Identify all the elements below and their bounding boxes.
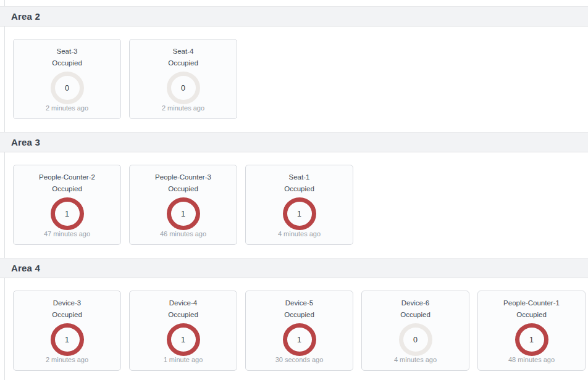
sensor-status-label: Occupied — [168, 59, 198, 67]
area-section-header: Area 3 — [0, 132, 588, 152]
sensor-name: Device-6 — [401, 299, 429, 307]
occupancy-ring-gauge: 1 — [283, 323, 316, 356]
occupancy-ring-gauge: 0 — [167, 72, 200, 104]
sensor-status-label: Occupied — [516, 310, 547, 319]
occupancy-ring-gauge: 1 — [167, 197, 200, 230]
sensor-status-label: Occupied — [284, 310, 314, 319]
occupancy-ring-gauge: 1 — [167, 323, 200, 356]
last-updated-label: 2 minutes ago — [162, 104, 204, 112]
area-cards-row: Device-3 Occupied 1 2 minutes ago Device… — [0, 278, 588, 376]
occupancy-ring-gauge: 1 — [51, 197, 84, 230]
sensor-name: Device-3 — [53, 299, 81, 307]
occupancy-ring-gauge: 1 — [283, 197, 316, 230]
area-section-area-3: Area 3 People-Counter-2 Occupied 1 47 mi… — [0, 132, 588, 258]
last-updated-label: 4 minutes ago — [394, 356, 437, 364]
sensor-name: People-Counter-1 — [503, 299, 560, 307]
occupancy-value: 1 — [181, 210, 185, 218]
last-updated-label: 48 minutes ago — [508, 356, 555, 364]
sensor-card-people-counter-2[interactable]: People-Counter-2 Occupied 1 47 minutes a… — [13, 165, 121, 245]
sensor-card-device-5[interactable]: Device-5 Occupied 1 30 seconds ago — [245, 291, 353, 371]
area-section-area-2: Area 2 Seat-3 Occupied 0 2 minutes ago S… — [0, 6, 588, 132]
sensor-card-device-4[interactable]: Device-4 Occupied 1 1 minute ago — [129, 291, 237, 371]
sensor-name: Device-4 — [169, 299, 197, 307]
occupancy-ring-gauge: 0 — [51, 72, 84, 104]
sensor-status-label: Occupied — [52, 184, 82, 193]
occupancy-value: 1 — [65, 336, 69, 344]
last-updated-label: 1 minute ago — [164, 356, 203, 364]
occupancy-ring-gauge: 1 — [515, 323, 548, 356]
sensor-status-label: Occupied — [168, 184, 198, 193]
last-updated-label: 4 minutes ago — [278, 230, 321, 238]
area-title: Area 2 — [11, 11, 40, 22]
area-section-header: Area 4 — [0, 258, 588, 278]
occupancy-value: 1 — [297, 210, 301, 218]
sensor-card-device-3[interactable]: Device-3 Occupied 1 2 minutes ago — [13, 291, 121, 371]
occupancy-value: 1 — [297, 336, 301, 344]
sensor-name: People-Counter-2 — [39, 173, 95, 181]
sensor-card-seat-4[interactable]: Seat-4 Occupied 0 2 minutes ago — [129, 39, 237, 119]
sensor-card-seat-1[interactable]: Seat-1 Occupied 1 4 minutes ago — [245, 165, 353, 245]
sensor-name: Seat-4 — [173, 47, 194, 56]
sensor-name: Seat-1 — [289, 173, 310, 181]
area-title: Area 4 — [11, 263, 40, 273]
sensor-status-label: Occupied — [400, 310, 430, 319]
last-updated-label: 47 minutes ago — [44, 230, 90, 238]
occupancy-ring-gauge: 1 — [51, 323, 84, 356]
sensor-status-label: Occupied — [52, 310, 82, 319]
occupancy-value: 0 — [65, 84, 69, 93]
occupancy-value: 1 — [65, 210, 69, 218]
sensor-status-label: Occupied — [52, 59, 82, 67]
sensor-name: Seat-3 — [57, 47, 78, 56]
occupancy-value: 0 — [413, 336, 418, 344]
area-section-header: Area 2 — [0, 6, 588, 27]
sensor-card-device-6[interactable]: Device-6 Occupied 0 4 minutes ago — [361, 291, 469, 371]
occupancy-dashboard: Area 2 Seat-3 Occupied 0 2 minutes ago S… — [0, 0, 588, 380]
area-sections-list: Area 2 Seat-3 Occupied 0 2 minutes ago S… — [0, 0, 588, 376]
occupancy-value: 0 — [181, 84, 185, 93]
last-updated-label: 2 minutes ago — [46, 356, 88, 364]
last-updated-label: 46 minutes ago — [160, 230, 206, 238]
sensor-status-label: Occupied — [284, 184, 314, 193]
occupancy-ring-gauge: 0 — [399, 323, 432, 356]
area-cards-row: Seat-3 Occupied 0 2 minutes ago Seat-4 O… — [0, 27, 588, 132]
sensor-card-seat-3[interactable]: Seat-3 Occupied 0 2 minutes ago — [13, 39, 121, 119]
last-updated-label: 30 seconds ago — [275, 356, 324, 364]
area-title: Area 3 — [11, 137, 40, 147]
area-cards-row: People-Counter-2 Occupied 1 47 minutes a… — [0, 152, 588, 258]
occupancy-value: 1 — [529, 336, 534, 344]
sensor-card-people-counter-3[interactable]: People-Counter-3 Occupied 1 46 minutes a… — [129, 165, 237, 245]
sensor-name: People-Counter-3 — [155, 173, 211, 181]
sensor-name: Device-5 — [285, 299, 313, 307]
area-section-area-4: Area 4 Device-3 Occupied 1 2 minutes ago… — [0, 258, 588, 376]
occupancy-value: 1 — [181, 336, 185, 344]
last-updated-label: 2 minutes ago — [46, 104, 88, 112]
sensor-card-people-counter-1[interactable]: People-Counter-1 Occupied 1 48 minutes a… — [477, 291, 586, 371]
sensor-status-label: Occupied — [168, 310, 198, 319]
